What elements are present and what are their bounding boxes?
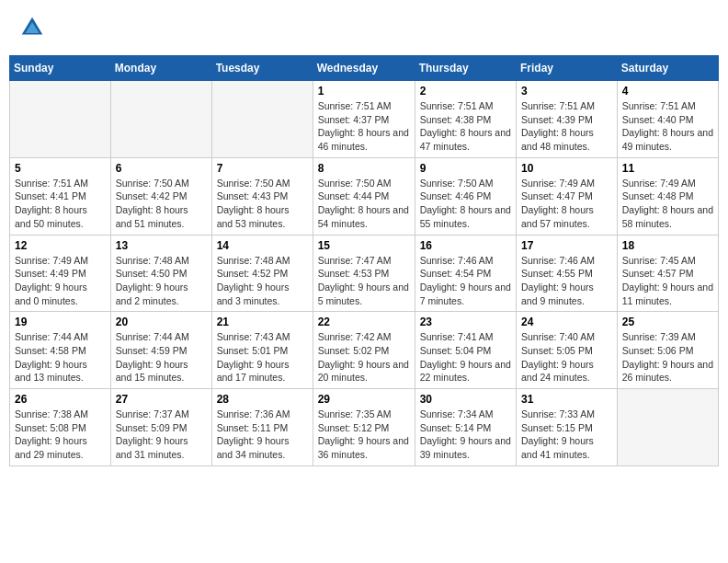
- day-number: 29: [318, 393, 410, 406]
- calendar-cell: 24Sunrise: 7:40 AM Sunset: 5:05 PM Dayli…: [517, 312, 618, 389]
- calendar-week-4: 19Sunrise: 7:44 AM Sunset: 4:58 PM Dayli…: [10, 312, 719, 389]
- calendar-cell: 6Sunrise: 7:50 AM Sunset: 4:42 PM Daylig…: [110, 157, 211, 235]
- day-number: 11: [622, 162, 713, 175]
- day-number: 6: [116, 162, 207, 175]
- calendar-cell: 22Sunrise: 7:42 AM Sunset: 5:02 PM Dayli…: [313, 312, 415, 389]
- calendar-cell: 3Sunrise: 7:51 AM Sunset: 4:39 PM Daylig…: [517, 81, 618, 158]
- day-info: Sunrise: 7:48 AM Sunset: 4:52 PM Dayligh…: [217, 254, 308, 308]
- calendar-cell: 4Sunrise: 7:51 AM Sunset: 4:40 PM Daylig…: [617, 81, 718, 158]
- day-info: Sunrise: 7:44 AM Sunset: 4:59 PM Dayligh…: [116, 330, 207, 385]
- calendar-cell: 12Sunrise: 7:49 AM Sunset: 4:49 PM Dayli…: [10, 235, 111, 312]
- day-info: Sunrise: 7:50 AM Sunset: 4:43 PM Dayligh…: [217, 177, 308, 231]
- calendar-cell: 19Sunrise: 7:44 AM Sunset: 4:58 PM Dayli…: [10, 312, 111, 389]
- day-info: Sunrise: 7:35 AM Sunset: 5:12 PM Dayligh…: [318, 408, 410, 462]
- calendar-cell: [617, 389, 718, 466]
- page-header: [9, 9, 719, 46]
- calendar-cell: 11Sunrise: 7:49 AM Sunset: 4:48 PM Dayli…: [617, 157, 718, 235]
- calendar-cell: 21Sunrise: 7:43 AM Sunset: 5:01 PM Dayli…: [211, 312, 313, 389]
- day-number: 7: [217, 162, 308, 175]
- calendar-week-3: 12Sunrise: 7:49 AM Sunset: 4:49 PM Dayli…: [10, 235, 719, 312]
- day-info: Sunrise: 7:45 AM Sunset: 4:57 PM Dayligh…: [622, 254, 713, 308]
- day-info: Sunrise: 7:44 AM Sunset: 4:58 PM Dayligh…: [15, 330, 106, 385]
- day-info: Sunrise: 7:50 AM Sunset: 4:44 PM Dayligh…: [318, 177, 410, 231]
- weekday-header-sunday: Sunday: [10, 56, 111, 81]
- day-number: 21: [217, 316, 308, 328]
- calendar-cell: 31Sunrise: 7:33 AM Sunset: 5:15 PM Dayli…: [517, 389, 618, 466]
- calendar-cell: 2Sunrise: 7:51 AM Sunset: 4:38 PM Daylig…: [415, 81, 516, 158]
- day-number: 8: [318, 162, 410, 175]
- weekday-header-row: SundayMondayTuesdayWednesdayThursdayFrid…: [10, 56, 719, 81]
- day-number: 24: [521, 316, 612, 328]
- calendar-week-5: 26Sunrise: 7:38 AM Sunset: 5:08 PM Dayli…: [10, 389, 719, 466]
- calendar-cell: 23Sunrise: 7:41 AM Sunset: 5:04 PM Dayli…: [415, 312, 516, 389]
- calendar-cell: 17Sunrise: 7:46 AM Sunset: 4:55 PM Dayli…: [517, 235, 618, 312]
- day-info: Sunrise: 7:51 AM Sunset: 4:41 PM Dayligh…: [15, 177, 106, 231]
- day-info: Sunrise: 7:38 AM Sunset: 5:08 PM Dayligh…: [15, 408, 106, 462]
- weekday-header-wednesday: Wednesday: [313, 56, 415, 81]
- calendar-cell: 29Sunrise: 7:35 AM Sunset: 5:12 PM Dayli…: [313, 389, 415, 466]
- calendar-table: SundayMondayTuesdayWednesdayThursdayFrid…: [9, 55, 719, 466]
- day-info: Sunrise: 7:33 AM Sunset: 5:15 PM Dayligh…: [521, 408, 612, 462]
- calendar-cell: 28Sunrise: 7:36 AM Sunset: 5:11 PM Dayli…: [211, 389, 313, 466]
- calendar-cell: 25Sunrise: 7:39 AM Sunset: 5:06 PM Dayli…: [617, 312, 718, 389]
- day-number: 2: [420, 85, 511, 98]
- day-info: Sunrise: 7:37 AM Sunset: 5:09 PM Dayligh…: [116, 408, 207, 462]
- day-info: Sunrise: 7:43 AM Sunset: 5:01 PM Dayligh…: [217, 330, 308, 385]
- calendar-week-2: 5Sunrise: 7:51 AM Sunset: 4:41 PM Daylig…: [10, 157, 719, 235]
- calendar-cell: 20Sunrise: 7:44 AM Sunset: 4:59 PM Dayli…: [110, 312, 211, 389]
- calendar-cell: [110, 81, 211, 158]
- day-info: Sunrise: 7:51 AM Sunset: 4:39 PM Dayligh…: [521, 99, 612, 154]
- calendar-week-1: 1Sunrise: 7:51 AM Sunset: 4:37 PM Daylig…: [10, 81, 719, 158]
- day-number: 17: [521, 239, 612, 252]
- calendar-cell: 7Sunrise: 7:50 AM Sunset: 4:43 PM Daylig…: [211, 157, 313, 235]
- day-number: 15: [318, 239, 410, 252]
- weekday-header-tuesday: Tuesday: [211, 56, 313, 81]
- day-number: 16: [420, 239, 511, 252]
- calendar-cell: 18Sunrise: 7:45 AM Sunset: 4:57 PM Dayli…: [617, 235, 718, 312]
- day-number: 18: [622, 239, 713, 252]
- day-number: 22: [318, 316, 410, 328]
- day-number: 31: [521, 393, 612, 406]
- calendar-cell: 5Sunrise: 7:51 AM Sunset: 4:41 PM Daylig…: [10, 157, 111, 235]
- weekday-header-monday: Monday: [110, 56, 211, 81]
- day-number: 19: [15, 316, 106, 328]
- day-info: Sunrise: 7:34 AM Sunset: 5:14 PM Dayligh…: [420, 408, 511, 462]
- day-info: Sunrise: 7:50 AM Sunset: 4:42 PM Dayligh…: [116, 177, 207, 231]
- calendar-cell: 26Sunrise: 7:38 AM Sunset: 5:08 PM Dayli…: [10, 389, 111, 466]
- day-info: Sunrise: 7:39 AM Sunset: 5:06 PM Dayligh…: [622, 330, 713, 385]
- day-number: 5: [15, 162, 106, 175]
- day-info: Sunrise: 7:49 AM Sunset: 4:47 PM Dayligh…: [521, 177, 612, 231]
- day-number: 3: [521, 85, 612, 98]
- day-number: 27: [116, 393, 207, 406]
- calendar-cell: [10, 81, 111, 158]
- day-info: Sunrise: 7:51 AM Sunset: 4:37 PM Dayligh…: [318, 99, 410, 154]
- calendar-cell: 27Sunrise: 7:37 AM Sunset: 5:09 PM Dayli…: [110, 389, 211, 466]
- weekday-header-saturday: Saturday: [617, 56, 718, 81]
- day-info: Sunrise: 7:40 AM Sunset: 5:05 PM Dayligh…: [521, 330, 612, 385]
- weekday-header-thursday: Thursday: [415, 56, 516, 81]
- calendar-cell: [211, 81, 313, 158]
- day-number: 25: [622, 316, 713, 328]
- day-number: 20: [116, 316, 207, 328]
- day-number: 13: [116, 239, 207, 252]
- calendar-cell: 14Sunrise: 7:48 AM Sunset: 4:52 PM Dayli…: [211, 235, 313, 312]
- weekday-header-friday: Friday: [517, 56, 618, 81]
- day-info: Sunrise: 7:50 AM Sunset: 4:46 PM Dayligh…: [420, 177, 511, 231]
- day-info: Sunrise: 7:49 AM Sunset: 4:49 PM Dayligh…: [15, 254, 106, 308]
- day-info: Sunrise: 7:46 AM Sunset: 4:55 PM Dayligh…: [521, 254, 612, 308]
- day-number: 10: [521, 162, 612, 175]
- calendar-cell: 30Sunrise: 7:34 AM Sunset: 5:14 PM Dayli…: [415, 389, 516, 466]
- day-info: Sunrise: 7:41 AM Sunset: 5:04 PM Dayligh…: [420, 330, 511, 385]
- calendar-cell: 10Sunrise: 7:49 AM Sunset: 4:47 PM Dayli…: [517, 157, 618, 235]
- calendar-cell: 16Sunrise: 7:46 AM Sunset: 4:54 PM Dayli…: [415, 235, 516, 312]
- day-info: Sunrise: 7:49 AM Sunset: 4:48 PM Dayligh…: [622, 177, 713, 231]
- calendar-cell: 13Sunrise: 7:48 AM Sunset: 4:50 PM Dayli…: [110, 235, 211, 312]
- day-number: 12: [15, 239, 106, 252]
- day-info: Sunrise: 7:42 AM Sunset: 5:02 PM Dayligh…: [318, 330, 410, 385]
- day-number: 14: [217, 239, 308, 252]
- calendar-cell: 1Sunrise: 7:51 AM Sunset: 4:37 PM Daylig…: [313, 81, 415, 158]
- calendar-cell: 15Sunrise: 7:47 AM Sunset: 4:53 PM Dayli…: [313, 235, 415, 312]
- day-info: Sunrise: 7:51 AM Sunset: 4:38 PM Dayligh…: [420, 99, 511, 154]
- logo-icon: [18, 14, 46, 41]
- logo: [18, 14, 50, 41]
